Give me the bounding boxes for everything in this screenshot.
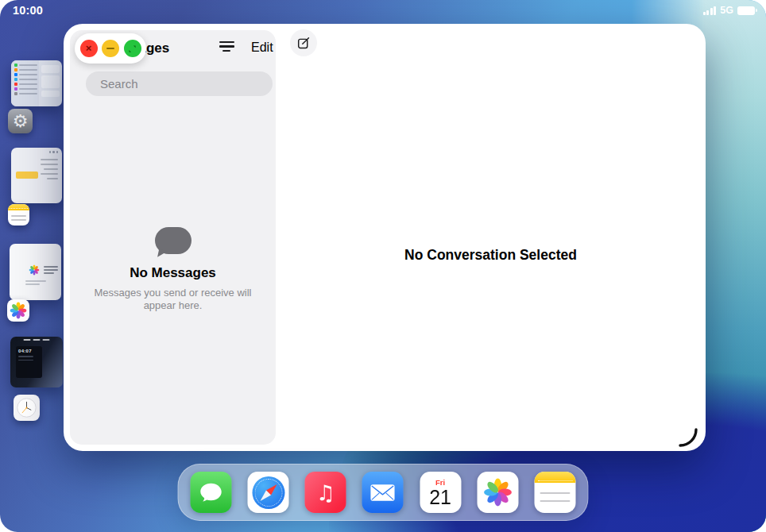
dock-calendar-icon[interactable]: Fri 21: [420, 472, 461, 513]
conversation-pane: No Conversation Selected: [276, 24, 706, 451]
settings-thumb-sidebar: [11, 60, 39, 106]
fullscreen-button[interactable]: [124, 40, 141, 57]
empty-state-title: No Messages: [130, 265, 216, 281]
notes-icon-yellow-band: [8, 204, 29, 210]
dock-music-icon[interactable]: ♫: [305, 472, 346, 513]
sidebar-empty-state: No Messages Messages you send or receive…: [76, 141, 269, 397]
fullscreen-icon: [128, 44, 137, 53]
window-resize-handle[interactable]: [678, 427, 698, 448]
window-controls-pill: ×: [75, 33, 146, 64]
filter-button[interactable]: [219, 41, 235, 54]
stage-thumbnail-notes[interactable]: [11, 148, 62, 203]
search-field[interactable]: [86, 71, 273, 96]
dock: ♫ Fri 21: [178, 464, 589, 521]
notes-app-icon[interactable]: [8, 204, 29, 226]
messages-bubble-icon: [198, 479, 225, 506]
messages-window: Messages × Edit: [64, 24, 706, 451]
clock-face-icon: [16, 397, 37, 418]
photos-flower-icon: [482, 477, 513, 507]
notes-icon-yellow-band: [534, 472, 575, 483]
photos-thumb-flower: [29, 264, 40, 276]
photos-flower-icon: [10, 302, 27, 319]
dock-mail-icon[interactable]: [362, 472, 404, 513]
battery-icon: [737, 6, 755, 15]
notes-thumb-highlight: [16, 172, 38, 179]
notes-thumb-toolbar-dots: [49, 151, 59, 153]
empty-state-caption: Messages you send or receive will appear…: [89, 287, 257, 312]
photos-app-icon[interactable]: [7, 299, 29, 322]
stage-thumbnail-clock[interactable]: 04:07: [10, 337, 63, 387]
stage-manager-rail: ⚙: [0, 48, 70, 69]
no-conversation-label: No Conversation Selected: [404, 247, 577, 264]
status-right-cluster: 5G: [703, 5, 755, 16]
stage-thumbnail-photos[interactable]: [10, 244, 61, 300]
dock-photos-icon[interactable]: [477, 472, 518, 513]
minimize-button[interactable]: [102, 40, 119, 57]
search-input[interactable]: [99, 76, 260, 91]
edit-button[interactable]: Edit: [251, 40, 273, 55]
conversation-sidebar: Messages × Edit: [70, 30, 276, 445]
settings-thumb-pane: [39, 60, 62, 106]
stage-thumbnail-settings[interactable]: [11, 60, 62, 106]
clock-thumb-widget: 04:07: [16, 346, 42, 378]
safari-compass-icon: [252, 476, 284, 509]
clock-thumb-tabs: [24, 339, 50, 341]
music-note-icon: ♫: [316, 482, 335, 503]
cellular-signal-icon: [703, 6, 717, 15]
chat-bubble-icon: [155, 227, 192, 254]
gear-icon: ⚙: [13, 111, 29, 131]
close-icon: ×: [86, 43, 92, 53]
dock-messages-icon[interactable]: [191, 472, 232, 513]
mail-envelope-icon: [370, 484, 396, 502]
settings-app-icon[interactable]: ⚙: [8, 109, 33, 133]
calendar-day-label: 21: [429, 487, 451, 507]
clock-thumb-time: 04:07: [18, 349, 40, 353]
minimize-icon: [106, 48, 114, 49]
dock-notes-icon[interactable]: [534, 472, 575, 513]
dock-safari-icon[interactable]: [248, 472, 289, 513]
ipad-screen: 10:00 5G: [0, 0, 766, 532]
close-button[interactable]: ×: [80, 40, 98, 57]
network-type-label: 5G: [720, 5, 733, 16]
clock-time: 10:00: [13, 4, 43, 17]
clock-app-icon[interactable]: [14, 395, 40, 421]
status-bar: 10:00 5G: [0, 0, 766, 21]
